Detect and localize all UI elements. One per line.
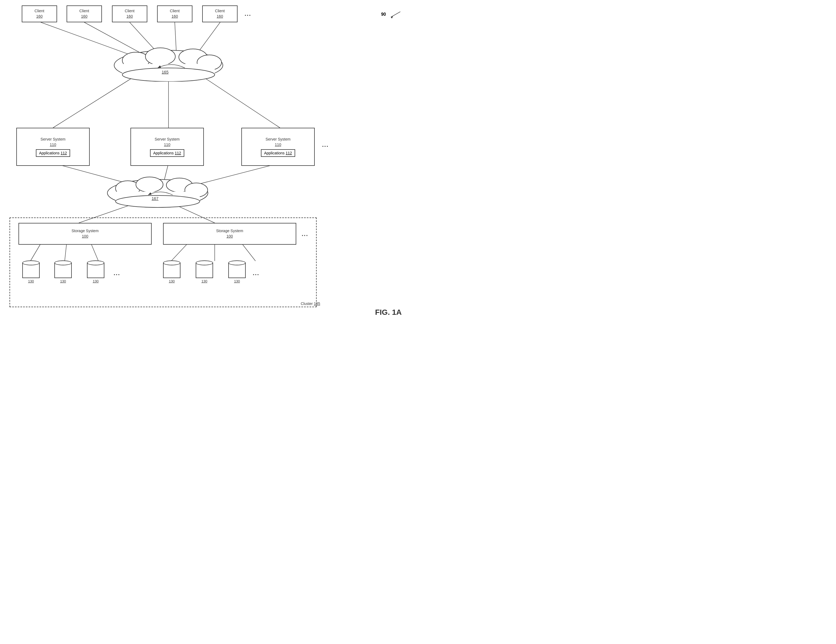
disk-5: 130 (196, 260, 213, 283)
ref-90-arrow (388, 10, 402, 18)
ref-90-number: 90 (381, 12, 386, 17)
client-label-5: Client (215, 8, 225, 14)
client-label-3: Client (125, 8, 134, 14)
diagram: Client 160 Client 160 Client 160 Client … (0, 0, 418, 322)
client-box-3: Client 160 (112, 5, 147, 22)
storage-label-1: Storage System (72, 228, 99, 234)
svg-line-39 (391, 12, 400, 17)
app-label-3: Applications 112 (264, 151, 292, 155)
storage-box-1: Storage System 100 (18, 223, 152, 245)
server-box-3: Server System 110 Applications 112 (241, 128, 315, 166)
server-number-3: 110 (275, 142, 281, 148)
disk-top-5 (196, 260, 213, 265)
client-number-2: 160 (81, 14, 87, 19)
server-number-1: 110 (50, 142, 56, 148)
disk-label-4: 130 (169, 279, 175, 283)
disk-top-6 (228, 260, 246, 265)
server-dots: ... (322, 141, 328, 149)
disk-top-2 (54, 260, 72, 265)
disk-label-3: 130 (93, 279, 99, 283)
disk-4: 130 (163, 260, 180, 283)
svg-text:167: 167 (152, 196, 158, 201)
disk-dots-1: ... (114, 270, 120, 277)
disk-6: 130 (228, 260, 246, 283)
network-cloud-165: 165 (109, 46, 228, 82)
disk-label-6: 130 (234, 279, 240, 283)
storage-box-2: Storage System 100 (163, 223, 296, 245)
client-number-1: 160 (36, 14, 42, 19)
svg-line-7 (201, 75, 280, 128)
client-label-2: Client (79, 8, 89, 14)
applications-box-1: Applications 112 (36, 149, 70, 157)
server-box-1: Server System 110 Applications 112 (16, 128, 90, 166)
svg-line-5 (53, 75, 136, 128)
server-label-2: Server System (155, 137, 180, 142)
ref-90-area: 90 (381, 10, 402, 18)
cluster-text: Cluster 135 (300, 301, 320, 306)
storage-dots: ... (302, 230, 308, 238)
storage-number-1: 100 (82, 234, 88, 239)
client-label-1: Client (34, 8, 44, 14)
disk-label-2: 130 (60, 279, 66, 283)
server-label-1: Server System (41, 137, 65, 142)
fig-label: FIG. 1A (375, 308, 402, 317)
client-box-1: Client 160 (22, 5, 57, 22)
svg-point-32 (136, 177, 163, 192)
storage-label-2: Storage System (216, 228, 243, 234)
client-box-5: Client 160 (202, 5, 238, 22)
disk-top-1 (22, 260, 40, 265)
server-box-2: Server System 110 Applications 112 (131, 128, 204, 166)
disk-top-4 (163, 260, 180, 265)
applications-box-2: Applications 112 (150, 149, 185, 157)
client-number-4: 160 (171, 14, 178, 19)
app-label-2: Applications 112 (153, 151, 181, 155)
disk-label-1: 130 (28, 279, 34, 283)
app-label-1: Applications 112 (39, 151, 67, 155)
cluster-label: Cluster 135 (300, 301, 320, 306)
client-label-4: Client (170, 8, 180, 14)
client-number-5: 160 (217, 14, 223, 19)
network-cloud-167: 167 (103, 175, 212, 208)
disk-2: 130 (54, 260, 72, 283)
server-label-3: Server System (266, 137, 291, 142)
storage-number-2: 100 (226, 234, 233, 239)
server-number-2: 110 (164, 142, 170, 148)
disk-dots-2: ... (253, 270, 259, 277)
svg-text:165: 165 (162, 70, 168, 74)
disk-top-3 (87, 260, 104, 265)
applications-box-3: Applications 112 (261, 149, 296, 157)
client-number-3: 160 (126, 14, 132, 19)
client-box-4: Client 160 (157, 5, 193, 22)
clients-dots: ... (245, 10, 251, 17)
svg-point-23 (145, 48, 175, 65)
disk-label-5: 130 (201, 279, 207, 283)
disk-1: 130 (22, 260, 40, 283)
client-box-2: Client 160 (67, 5, 102, 22)
disk-3: 130 (87, 260, 104, 283)
